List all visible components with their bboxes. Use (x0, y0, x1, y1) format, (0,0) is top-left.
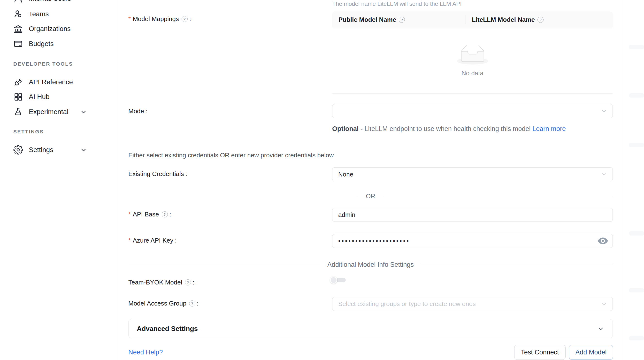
column-divider (466, 15, 466, 24)
column-public-model-name: Public Model Name ? (332, 16, 466, 24)
sidebar-item-budgets[interactable]: Budgets (13, 37, 105, 50)
sidebar: Internal Users Teams Organizations Budge… (0, 0, 118, 360)
litellm-model-name-helper: The model name LiteLLM will send to the … (332, 0, 462, 7)
bank-icon (13, 24, 23, 34)
background-ghost-bar (629, 288, 644, 292)
help-icon[interactable]: ? (399, 17, 405, 23)
sidebar-item-label: Teams (29, 10, 49, 18)
sidebar-item-ai-hub[interactable]: AI Hub (13, 90, 105, 104)
advanced-settings-title: Advanced Settings (137, 325, 597, 333)
gear-icon (13, 145, 23, 155)
or-divider: OR (128, 192, 613, 200)
model-mappings-table: Public Model Name ? LiteLLM Model Name ?… (332, 12, 613, 94)
sidebar-section-developer-tools: DEVELOPER TOOLS (13, 61, 73, 67)
eye-icon[interactable] (598, 237, 608, 245)
grid-icon (13, 92, 23, 102)
mode-select[interactable] (332, 104, 613, 118)
api-base-label: * API Base ? : (128, 211, 171, 218)
sidebar-item-experimental[interactable]: Experimental (13, 105, 105, 119)
table-header: Public Model Name ? LiteLLM Model Name ? (332, 12, 613, 28)
sidebar-item-api-reference[interactable]: API Reference (13, 75, 105, 89)
add-model-button[interactable]: Add Model (569, 345, 613, 360)
model-access-group-label: Model Access Group ? : (128, 300, 198, 307)
table-empty-state: No data (332, 28, 613, 94)
add-model-page: Internal Users Teams Organizations Budge… (0, 0, 644, 360)
chevron-down-icon (601, 108, 607, 114)
existing-credentials-label: Existing Credentials : (128, 170, 188, 178)
empty-inbox-icon (457, 45, 488, 65)
existing-credentials-select[interactable]: None (332, 167, 613, 181)
model-mappings-label: * Model Mappings ? : (128, 15, 191, 23)
model-access-group-placeholder: Select existing groups or type to create… (338, 300, 476, 308)
sidebar-item-label: Settings (29, 146, 53, 154)
additional-settings-divider: Additional Model Info Settings (128, 261, 613, 268)
credit-card-icon (13, 39, 23, 49)
mode-label: Mode : (128, 108, 148, 115)
chevron-down-icon (80, 108, 87, 115)
help-icon[interactable]: ? (185, 280, 191, 286)
chevron-down-icon (80, 146, 87, 153)
chevron-down-icon (597, 325, 604, 332)
help-icon[interactable]: ? (538, 17, 544, 23)
mode-helper-text: Optional - LiteLLM endpoint to use when … (332, 124, 594, 134)
help-icon[interactable]: ? (162, 211, 168, 218)
page-right-divider (623, 0, 623, 360)
teams-icon (13, 9, 23, 19)
team-byok-toggle[interactable] (330, 276, 347, 284)
credentials-note: Either select existing credentials OR en… (128, 152, 334, 159)
api-base-input[interactable]: admin (332, 208, 613, 222)
test-connect-button[interactable]: Test Connect (514, 345, 566, 360)
help-icon[interactable]: ? (182, 16, 188, 22)
existing-credentials-value: None (338, 171, 353, 178)
sidebar-section-settings: SETTINGS (13, 129, 44, 134)
sidebar-item-organizations[interactable]: Organizations (13, 22, 105, 36)
learn-more-link[interactable]: Learn more (532, 125, 566, 132)
user-icon (13, 0, 23, 4)
background-ghost-bar (629, 93, 644, 98)
sidebar-item-label: Experimental (29, 108, 68, 116)
no-data-text: No data (462, 70, 484, 77)
model-access-group-select[interactable]: Select existing groups or type to create… (332, 297, 613, 311)
background-ghost-bar (629, 231, 644, 236)
background-ghost-bar (629, 143, 644, 147)
team-byok-label: Team-BYOK Model ? : (128, 279, 194, 286)
azure-api-key-input[interactable]: ••••••••••••••••••••• (332, 234, 613, 248)
chevron-down-icon (601, 171, 607, 178)
need-help-link[interactable]: Need Help? (128, 348, 163, 356)
sidebar-item-label: Budgets (29, 40, 54, 48)
column-litellm-model-name: LiteLLM Model Name ? (466, 16, 544, 24)
sidebar-item-label: API Reference (29, 78, 73, 86)
help-icon[interactable]: ? (189, 300, 195, 306)
required-marker: * (128, 15, 131, 23)
sidebar-item-internal-users[interactable]: Internal Users (13, 0, 105, 5)
or-divider-text: OR (358, 192, 383, 200)
sidebar-item-label: Internal Users (29, 0, 71, 2)
required-marker: * (128, 211, 131, 218)
sidebar-item-label: Organizations (29, 25, 71, 33)
background-ghost-bar (629, 336, 644, 340)
plug-icon (13, 77, 23, 87)
azure-api-key-masked-value: ••••••••••••••••••••• (338, 237, 410, 245)
chevron-down-icon (601, 301, 607, 307)
advanced-settings-panel[interactable]: Advanced Settings (128, 319, 613, 338)
sidebar-item-teams[interactable]: Teams (13, 7, 105, 21)
sidebar-item-settings[interactable]: Settings (13, 143, 105, 157)
flask-icon (13, 107, 23, 117)
api-base-value: admin (338, 211, 356, 218)
required-marker: * (128, 237, 131, 244)
additional-settings-divider-text: Additional Model Info Settings (320, 261, 422, 268)
sidebar-item-label: AI Hub (29, 93, 50, 101)
azure-api-key-label: * Azure API Key : (128, 237, 177, 244)
background-ghost-bar (629, 45, 644, 49)
